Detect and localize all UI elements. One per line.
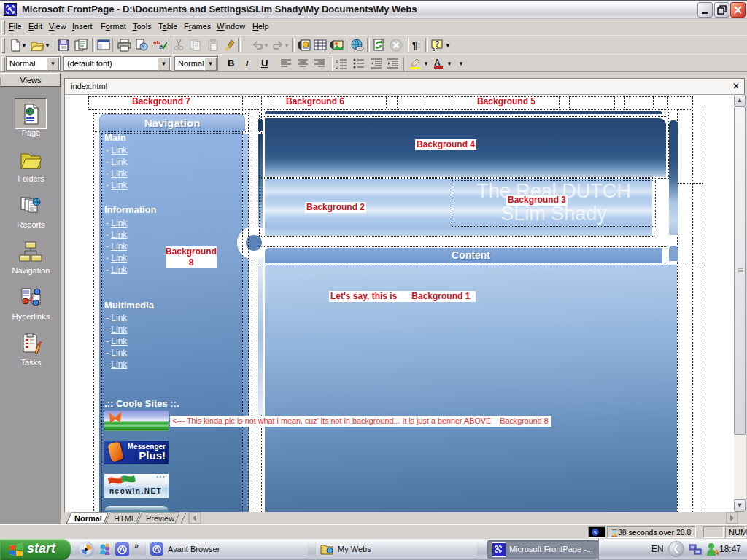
svg-text:Normal: Normal: [74, 514, 102, 523]
svg-text:HTML: HTML: [114, 514, 136, 523]
svg-text:1: 1: [336, 59, 338, 63]
svg-text:2: 2: [336, 65, 338, 69]
svg-text:?: ?: [435, 40, 439, 48]
svg-text:Preview: Preview: [146, 514, 174, 523]
svg-text:A: A: [434, 58, 441, 68]
